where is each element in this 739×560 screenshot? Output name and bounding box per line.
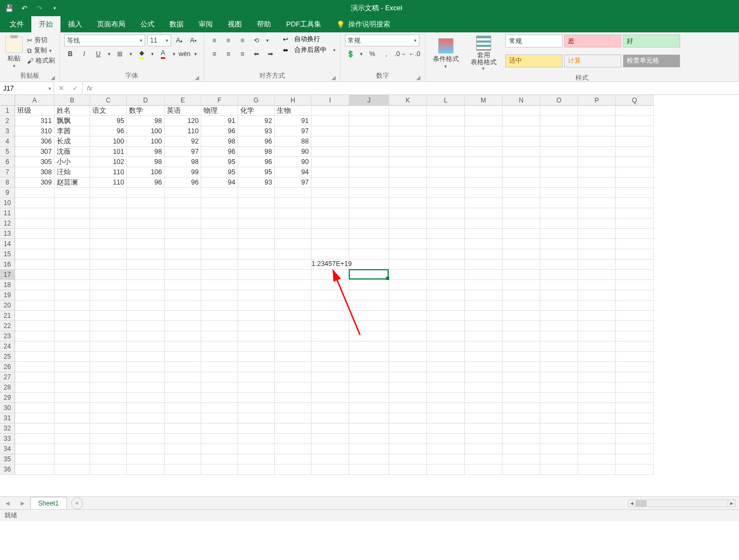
- cell[interactable]: [578, 239, 616, 249]
- cell[interactable]: [427, 393, 465, 403]
- cell[interactable]: [55, 280, 90, 290]
- cell[interactable]: [311, 280, 349, 290]
- cell[interactable]: 99: [165, 167, 201, 177]
- row-header[interactable]: 10: [0, 198, 15, 208]
- increase-indent-icon[interactable]: ➡: [265, 48, 276, 60]
- cell[interactable]: [275, 301, 311, 311]
- cell[interactable]: [201, 259, 238, 270]
- cell[interactable]: [427, 249, 465, 259]
- cell[interactable]: 96: [201, 126, 238, 136]
- row-header[interactable]: 32: [0, 424, 15, 434]
- cell[interactable]: [616, 352, 654, 362]
- format-painter-button[interactable]: 🖌格式刷: [27, 56, 55, 65]
- cancel-icon[interactable]: ✕: [54, 84, 68, 92]
- cell[interactable]: [311, 311, 349, 321]
- align-left-icon[interactable]: ≡: [208, 48, 220, 60]
- cell[interactable]: [427, 311, 465, 321]
- cell[interactable]: [127, 249, 165, 259]
- cell[interactable]: [540, 188, 578, 198]
- cell[interactable]: [90, 393, 127, 403]
- cell[interactable]: [275, 321, 311, 331]
- cell[interactable]: [201, 249, 238, 259]
- col-header[interactable]: P: [578, 95, 616, 105]
- cell[interactable]: [55, 342, 90, 352]
- cell[interactable]: [311, 454, 349, 465]
- cell[interactable]: [165, 465, 201, 475]
- cell[interactable]: [427, 126, 465, 136]
- cell[interactable]: [465, 157, 503, 167]
- cell[interactable]: [90, 259, 127, 270]
- cell[interactable]: [578, 116, 616, 126]
- cell[interactable]: [503, 413, 540, 424]
- border-button[interactable]: ⊞: [114, 48, 126, 60]
- cell[interactable]: [349, 413, 389, 424]
- cell[interactable]: 311: [15, 116, 55, 126]
- cell[interactable]: 102: [90, 157, 127, 167]
- wrap-text-button[interactable]: ↩ 自动换行: [283, 35, 336, 44]
- cell[interactable]: [90, 362, 127, 372]
- fill-caret[interactable]: ▾: [150, 48, 155, 60]
- cell[interactable]: [465, 249, 503, 259]
- cell[interactable]: [427, 208, 465, 218]
- tell-me-search[interactable]: 💡 操作说明搜索: [329, 16, 398, 32]
- cell[interactable]: [90, 198, 127, 208]
- cell[interactable]: [503, 444, 540, 454]
- cell[interactable]: [15, 280, 55, 290]
- cell[interactable]: [311, 126, 349, 136]
- cell[interactable]: [90, 270, 127, 280]
- cell[interactable]: [427, 331, 465, 342]
- cell[interactable]: [15, 218, 55, 229]
- border-caret[interactable]: ▾: [128, 48, 133, 60]
- cell[interactable]: [311, 424, 349, 434]
- cell[interactable]: [15, 393, 55, 403]
- cell[interactable]: [349, 218, 389, 229]
- cell[interactable]: [275, 342, 311, 352]
- cell[interactable]: [540, 198, 578, 208]
- cell[interactable]: 小小: [55, 157, 90, 167]
- cell[interactable]: [238, 290, 275, 301]
- cell[interactable]: [389, 321, 427, 331]
- cell[interactable]: [578, 372, 616, 383]
- cell[interactable]: [201, 362, 238, 372]
- orientation-icon[interactable]: ⟲: [250, 35, 262, 46]
- scroll-thumb[interactable]: [636, 500, 647, 507]
- cell[interactable]: [349, 198, 389, 208]
- cell[interactable]: [389, 239, 427, 249]
- cell[interactable]: [540, 116, 578, 126]
- cell[interactable]: 308: [15, 167, 55, 177]
- cell[interactable]: 英语: [165, 106, 201, 116]
- cell[interactable]: [275, 280, 311, 290]
- launcher-icon[interactable]: ◢: [331, 74, 336, 80]
- cell[interactable]: [238, 331, 275, 342]
- cell[interactable]: [427, 136, 465, 147]
- row-header[interactable]: 23: [0, 331, 15, 342]
- col-header[interactable]: O: [540, 95, 578, 105]
- cell[interactable]: [540, 167, 578, 177]
- cell[interactable]: [311, 218, 349, 229]
- cell[interactable]: [465, 465, 503, 475]
- cell[interactable]: [201, 290, 238, 301]
- cell[interactable]: [503, 465, 540, 475]
- cell[interactable]: [90, 352, 127, 362]
- cell[interactable]: [616, 116, 654, 126]
- cell[interactable]: [201, 198, 238, 208]
- cell[interactable]: [503, 198, 540, 208]
- cell[interactable]: [127, 454, 165, 465]
- cell[interactable]: [389, 198, 427, 208]
- worksheet-grid[interactable]: ABCDEFGHIJKLMNOPQ 1234567891011121314151…: [0, 95, 739, 496]
- cell[interactable]: [427, 424, 465, 434]
- cell[interactable]: [275, 331, 311, 342]
- cell[interactable]: [616, 249, 654, 259]
- row-header[interactable]: 27: [0, 372, 15, 383]
- cell[interactable]: [311, 116, 349, 126]
- cell[interactable]: [540, 342, 578, 352]
- row-header[interactable]: 35: [0, 454, 15, 465]
- cell[interactable]: [90, 444, 127, 454]
- cell[interactable]: [578, 444, 616, 454]
- cell[interactable]: [540, 157, 578, 167]
- cell[interactable]: [55, 413, 90, 424]
- cell[interactable]: [275, 208, 311, 218]
- cell[interactable]: [578, 383, 616, 393]
- comma-icon[interactable]: ,: [381, 48, 392, 60]
- cell[interactable]: [349, 383, 389, 393]
